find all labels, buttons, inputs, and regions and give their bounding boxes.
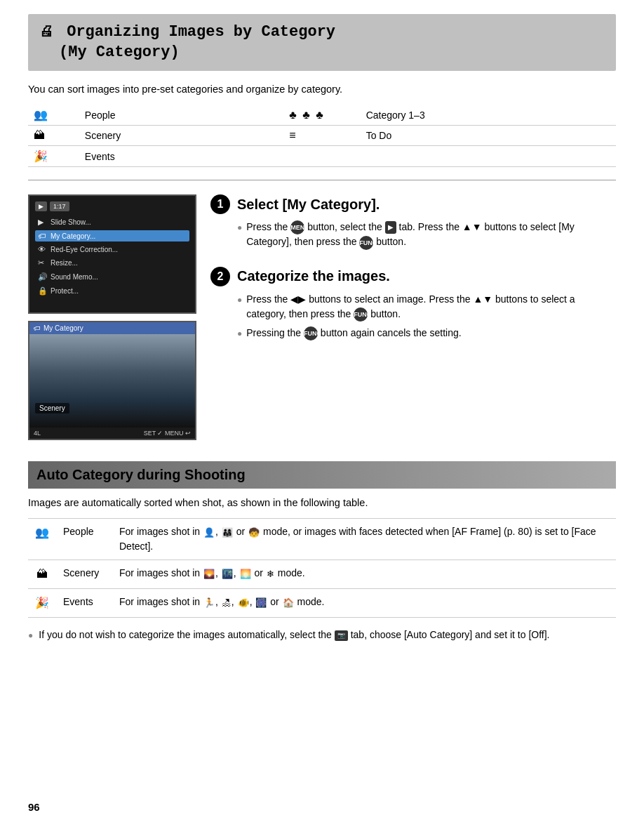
auto-table-row-people: 👥 People For images shot in 👤, 👨‍👩‍👧 or … (28, 519, 616, 560)
menu-item-protect: 🔒 Protect... (35, 285, 189, 297)
events-right-label (361, 146, 616, 167)
camera-tab-icon: 📷 (335, 630, 348, 642)
sports-icon: 🏃 (203, 596, 215, 610)
step-images: ▶ 1:17 ▶ Slide Show... 🏷 My Category... … (28, 194, 196, 440)
slideshow-icon: ▶ (38, 218, 48, 227)
night-icon: 🌃 (222, 567, 233, 581)
step2: 2 Categorize the images. ● Press the ◀▶ … (210, 267, 616, 341)
auto-table-row-events: 🎉 Events For images shot in 🏃, 🏖, 🐠, 🎆 o… (28, 589, 616, 618)
redeye-icon: 👁 (38, 245, 48, 253)
indoor-icon: 🏠 (283, 596, 294, 610)
scenery-overlay-label: Scenery (35, 403, 69, 413)
footer-icons: SET ✓ MENU ↩ (144, 430, 191, 437)
auto-category-table: 👥 People For images shot in 👤, 👨‍👩‍👧 or … (28, 518, 616, 618)
step2-title: Categorize the images. (237, 268, 390, 284)
section-divider (28, 180, 616, 180)
auto-people-desc: For images shot in 👤, 👨‍👩‍👧 or 🧒 mode, o… (112, 519, 616, 560)
step1-header: 1 Select [My Category]. (210, 194, 616, 214)
funcset-button2-icon: FUNC SET (354, 307, 368, 322)
auto-table-row-scenery: 🏔 Scenery For images shot in 🌄, 🌃, 🌅 or … (28, 560, 616, 589)
play-tab-icon: ▶ (385, 221, 396, 234)
events-right-icon (283, 146, 360, 167)
group-mode-icon: 👨‍👩‍👧 (222, 526, 233, 540)
step2-bullet2: ● Pressing the FUNC SET button again can… (237, 326, 616, 340)
cat123-label: Category 1–3 (361, 105, 616, 126)
screen-category-image: Scenery (29, 334, 195, 428)
sound-icon: 🔊 (38, 272, 48, 282)
fireworks-icon: 🎆 (255, 596, 267, 610)
category-table: 👥 People ♣ ♣ ♣ Category 1–3 🏔 Scenery ≡ … (28, 105, 616, 167)
beach-icon: 🏖 (222, 596, 231, 610)
cat123-icon: ♣ ♣ ♣ (283, 105, 360, 126)
auto-section-intro: Images are automatically sorted when sho… (28, 497, 616, 508)
landscape-icon: 🌄 (203, 567, 215, 581)
table-row: 👥 People ♣ ♣ ♣ Category 1–3 (28, 105, 616, 126)
menu-item-redeye: 👁 Red-Eye Correction... (35, 244, 189, 255)
step1-number: 1 (210, 194, 230, 214)
step2-body: ● Press the ◀▶ buttons to select an imag… (237, 292, 616, 341)
page-number: 96 (28, 801, 40, 813)
auto-events-desc: For images shot in 🏃, 🏖, 🐠, 🎆 or 🏠 mode. (112, 589, 616, 618)
todo-label: To Do (361, 126, 616, 146)
table-row: 🎉 Events (28, 146, 616, 167)
scenery-icon: 🏔 (28, 126, 79, 146)
auto-section-header: Auto Category during Shooting (28, 461, 616, 489)
screen-menu: ▶ 1:17 ▶ Slide Show... 🏷 My Category... … (29, 196, 195, 312)
table-row: 🏔 Scenery ≡ To Do (28, 126, 616, 146)
footer-text: 4L (34, 430, 141, 437)
auto-events-name: Events (56, 589, 112, 618)
redeye-label: Red-Eye Correction... (51, 246, 118, 253)
menu-item-mycategory: 🏷 My Category... (35, 230, 189, 241)
screen2-image: 🏷 My Category Scenery 4L SET ✓ MENU ↩ (28, 321, 196, 440)
steps-section: ▶ 1:17 ▶ Slide Show... 🏷 My Category... … (28, 194, 616, 440)
resize-label: Resize... (51, 259, 78, 267)
todo-icon: ≡ (283, 126, 360, 146)
mycategory-label: My Category... (51, 232, 95, 240)
sunset-icon: 🌅 (240, 567, 251, 581)
page-header: 🖨 Organizing Images by Category (My Cate… (28, 14, 616, 71)
steps-content: 1 Select [My Category]. ● Press the MENU… (210, 194, 616, 440)
events-label: Events (79, 146, 283, 167)
funcset-button-icon: FUNC SET (359, 236, 373, 250)
note-bullet-icon: ● (28, 629, 33, 642)
menu-item-resize: ✂ Resize... (35, 257, 189, 269)
step2-text2: Pressing the FUNC SET button again cance… (246, 326, 461, 340)
bullet-icon2: ● (237, 327, 242, 340)
auto-category-section: Auto Category during Shooting Images are… (28, 461, 616, 642)
protect-icon: 🔒 (38, 286, 48, 296)
header-icon: 🖨 (39, 23, 53, 41)
screen-category-header: 🏷 My Category (29, 322, 195, 334)
aquarium-icon: 🐠 (238, 596, 249, 610)
mycategory-icon: 🏷 (38, 232, 48, 240)
menu-header: ▶ 1:17 (35, 201, 189, 211)
category-header-icon: 🏷 (34, 324, 41, 332)
funcset-button3-icon: FUNC SET (304, 326, 318, 340)
bullet-icon: ● (237, 293, 242, 306)
page-title: 🖨 Organizing Images by Category (My Cate… (39, 22, 605, 62)
auto-scenery-icon: 🏔 (28, 560, 56, 589)
kids-mode-icon: 🧒 (248, 526, 260, 540)
category-header-label: My Category (43, 324, 83, 332)
auto-scenery-name: Scenery (56, 560, 112, 589)
menu-tab-play: ▶ (35, 201, 47, 211)
slideshow-label: Slide Show... (51, 218, 91, 226)
menu-button-icon: MENU (290, 220, 304, 234)
step2-number: 2 (210, 267, 230, 286)
people-label: People (79, 105, 283, 126)
intro-text: You can sort images into pre-set categor… (28, 84, 616, 95)
step1-text: Press the MENU button, select the ▶ tab.… (246, 220, 616, 250)
auto-section-title: Auto Category during Shooting (36, 467, 608, 483)
step1-title: Select [My Category]. (237, 197, 380, 213)
step2-bullet1: ● Press the ◀▶ buttons to select an imag… (237, 292, 616, 322)
menu-item-sound: 🔊 Sound Memo... (35, 271, 189, 283)
auto-note: ● If you do not wish to categorize the i… (28, 628, 616, 642)
screen-footer: 4L SET ✓ MENU ↩ (29, 428, 195, 439)
scenery-label: Scenery (79, 126, 283, 146)
auto-scenery-desc: For images shot in 🌄, 🌃, 🌅 or ❄ mode. (112, 560, 616, 589)
step1-body: ● Press the MENU button, select the ▶ ta… (237, 220, 616, 250)
note-text: If you do not wish to categorize the ima… (39, 628, 549, 642)
menu-item-slideshow: ▶ Slide Show... (35, 216, 189, 228)
auto-people-icon: 👥 (28, 519, 56, 560)
auto-people-name: People (56, 519, 112, 560)
auto-events-icon: 🎉 (28, 589, 56, 618)
